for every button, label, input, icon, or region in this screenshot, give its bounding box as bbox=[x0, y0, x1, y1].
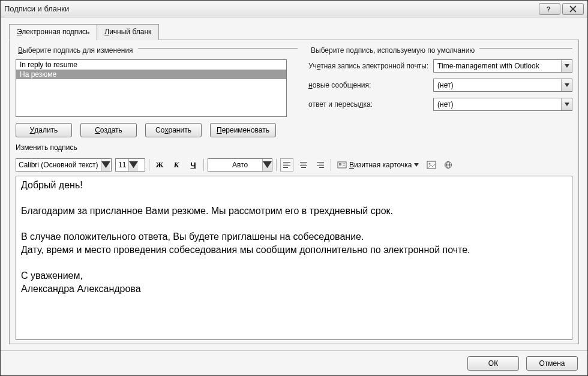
editor-line: Благодарим за присланное Вами резюме. Мы… bbox=[21, 204, 567, 218]
combo-value: Авто bbox=[232, 161, 248, 169]
chevron-down-icon bbox=[101, 159, 110, 171]
ok-button[interactable]: ОК bbox=[467, 356, 519, 371]
svg-marker-4 bbox=[101, 161, 110, 168]
combo-value: Calibri (Основной текст) bbox=[19, 161, 98, 169]
chevron-down-icon bbox=[262, 159, 272, 171]
delete-button[interactable]: Удалить bbox=[16, 123, 72, 137]
svg-text:?: ? bbox=[547, 5, 551, 12]
new-messages-combo[interactable]: (нет) bbox=[433, 79, 572, 92]
tab-personal-stationery[interactable]: Личный бланк bbox=[97, 24, 159, 40]
svg-rect-8 bbox=[339, 163, 341, 166]
defaults-grid: Учетная запись электронной почты: Time-m… bbox=[308, 59, 572, 111]
dialog-signatures: Подписи и бланки ? Электронная подпись Л… bbox=[0, 0, 588, 376]
combo-value: (нет) bbox=[437, 100, 453, 109]
svg-marker-3 bbox=[565, 103, 569, 106]
new-messages-label: новые сообщения: bbox=[308, 81, 428, 89]
account-label: Учетная запись электронной почты: bbox=[308, 62, 428, 70]
chevron-down-icon bbox=[561, 60, 572, 72]
group-select-signature: Выберите подпись для изменения In reply … bbox=[16, 46, 298, 137]
editor-line: Дату, время и место проведения собеседов… bbox=[21, 243, 567, 257]
tab-label: лектронная подпись bbox=[22, 28, 89, 36]
editor-line bbox=[21, 192, 567, 205]
svg-marker-5 bbox=[129, 161, 138, 168]
editor-line: Александра Александрова bbox=[21, 282, 567, 296]
dialog-footer: ОК Отмена bbox=[1, 350, 587, 375]
separator bbox=[331, 159, 331, 171]
align-left-button[interactable] bbox=[280, 158, 293, 172]
dialog-body: Электронная подпись Личный бланк Выберит… bbox=[1, 17, 587, 350]
card-icon bbox=[337, 161, 347, 169]
editor-line: В случае положительного ответа, Вы будет… bbox=[21, 230, 567, 243]
group-legend: Выберите подпись для изменения bbox=[16, 46, 136, 55]
signature-item[interactable]: In reply to resume bbox=[16, 60, 286, 70]
signature-listbox[interactable]: In reply to resume На резюме bbox=[16, 59, 287, 117]
reply-forward-combo[interactable]: (нет) bbox=[433, 98, 572, 111]
separator bbox=[203, 159, 204, 171]
account-combo[interactable]: Time-management with Outlook bbox=[433, 59, 572, 73]
combo-value: 11 bbox=[118, 161, 126, 169]
svg-marker-1 bbox=[565, 64, 569, 68]
font-name-combo[interactable]: Calibri (Основной текст) bbox=[16, 158, 112, 172]
align-center-button[interactable] bbox=[297, 158, 310, 172]
group-edit-signature: Изменить подпись Calibri (Основной текст… bbox=[16, 143, 572, 340]
titlebar: Подписи и бланки ? bbox=[1, 1, 587, 17]
editor-line bbox=[21, 257, 567, 270]
save-button[interactable]: Сохранить bbox=[145, 123, 202, 137]
font-color-combo[interactable]: Авто bbox=[208, 158, 272, 172]
business-card-button[interactable]: Визитная карточка bbox=[335, 158, 421, 172]
new-button[interactable]: Создать bbox=[80, 123, 137, 137]
editor-toolbar: Calibri (Основной текст) 11 Ж К Ч Авто bbox=[16, 157, 572, 173]
signature-editor[interactable]: Добрый день! Благодарим за присланное Ва… bbox=[16, 176, 572, 340]
align-right-button[interactable] bbox=[314, 158, 327, 172]
chevron-down-icon bbox=[561, 79, 572, 91]
insert-hyperlink-button[interactable] bbox=[442, 158, 455, 172]
tab-panel: Выберите подпись для изменения In reply … bbox=[9, 40, 579, 344]
tab-strip: Электронная подпись Личный бланк bbox=[9, 23, 579, 40]
chevron-down-icon bbox=[561, 98, 572, 110]
combo-value: Time-management with Outlook bbox=[437, 62, 539, 70]
reply-forward-label: ответ и пересылка: bbox=[308, 100, 428, 109]
svg-marker-11 bbox=[414, 163, 419, 167]
close-button[interactable] bbox=[562, 3, 584, 15]
upper-section: Выберите подпись для изменения In reply … bbox=[16, 46, 572, 137]
signature-item[interactable]: На резюме bbox=[16, 70, 286, 79]
editor-line: С уважением, bbox=[21, 269, 567, 282]
bcard-label: Визитная карточка bbox=[349, 161, 412, 169]
tab-electronic-signature[interactable]: Электронная подпись bbox=[9, 24, 97, 40]
rename-button[interactable]: Переименовать bbox=[210, 123, 276, 137]
editor-line: Добрый день! bbox=[21, 179, 567, 192]
tab-label: ичный бланк bbox=[109, 28, 151, 36]
editor-line bbox=[21, 218, 567, 231]
group-legend: Изменить подпись bbox=[16, 143, 77, 152]
signature-buttons: Удалить Создать Сохранить Переименовать bbox=[16, 123, 298, 137]
dialog-title: Подписи и бланки bbox=[4, 4, 537, 13]
cancel-button[interactable]: Отмена bbox=[526, 356, 578, 371]
help-button[interactable]: ? bbox=[539, 3, 560, 15]
group-legend: Выберите подпись, используемую по умолча… bbox=[308, 46, 477, 55]
chevron-down-icon bbox=[414, 163, 419, 167]
font-size-combo[interactable]: 11 bbox=[115, 158, 145, 172]
svg-point-13 bbox=[429, 163, 431, 165]
bold-button[interactable]: Ж bbox=[153, 158, 166, 172]
svg-marker-2 bbox=[565, 83, 569, 87]
separator bbox=[276, 159, 277, 171]
underline-button[interactable]: Ч bbox=[187, 158, 200, 172]
chevron-down-icon bbox=[128, 159, 138, 171]
combo-value: (нет) bbox=[437, 81, 453, 89]
separator bbox=[149, 159, 149, 171]
group-default-signature: Выберите подпись, используемую по умолча… bbox=[308, 46, 572, 137]
insert-picture-button[interactable] bbox=[425, 158, 438, 172]
italic-button[interactable]: К bbox=[170, 158, 183, 172]
svg-marker-6 bbox=[263, 161, 272, 168]
